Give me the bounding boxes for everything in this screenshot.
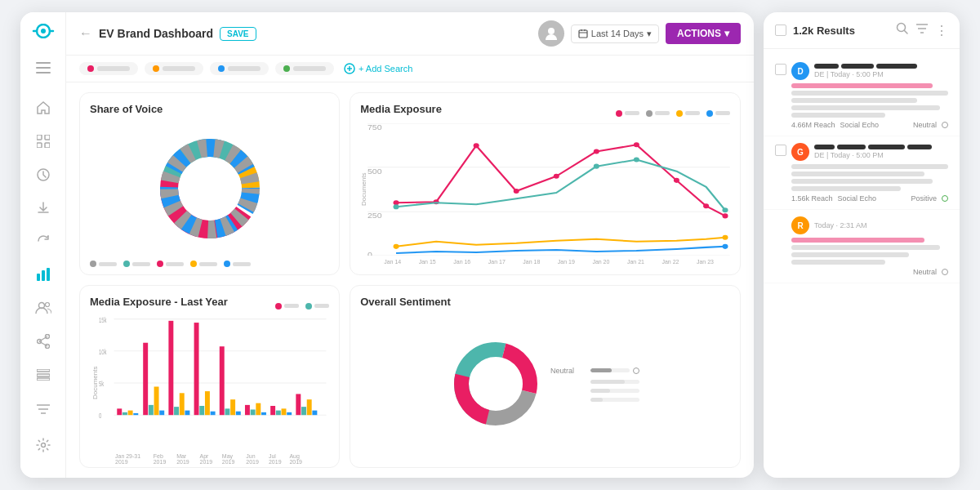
- main-content: ← EV Brand Dashboard SAVE Last 14 Days ▾…: [66, 12, 754, 478]
- results-header: 1.2k Results ⋮: [764, 12, 960, 49]
- search-pill-1[interactable]: [79, 62, 138, 75]
- svg-rect-24: [37, 378, 50, 381]
- svg-point-62: [594, 164, 599, 169]
- donut-chart: [157, 136, 263, 242]
- svg-point-61: [394, 204, 399, 209]
- result-item-1: D DE | Today · 5:00 PM: [764, 56, 960, 136]
- svg-rect-103: [287, 412, 292, 415]
- svg-rect-95: [236, 412, 241, 415]
- sidebar-item-refresh[interactable]: [27, 226, 60, 256]
- svg-rect-100: [270, 406, 275, 415]
- result-2-footer: 1.56k Reach Social Echo Positive: [791, 194, 948, 203]
- result-3-footer: Neutral: [791, 268, 948, 276]
- bar-chart-svg: 15k 10k 5k 0: [99, 314, 329, 452]
- svg-rect-87: [185, 411, 189, 416]
- sidebar-item-download[interactable]: [27, 193, 60, 223]
- scene: ← EV Brand Dashboard SAVE Last 14 Days ▾…: [20, 12, 960, 478]
- result-3-header: R Today · 2:31 AM: [791, 216, 948, 234]
- actions-button[interactable]: ACTIONS ▾: [666, 23, 741, 44]
- svg-rect-76: [117, 408, 122, 415]
- result-item-2: G DE | Today · 5:00 PM: [764, 136, 960, 210]
- filter-icon[interactable]: [915, 23, 929, 38]
- sidebar-item-share[interactable]: [27, 326, 60, 356]
- charts-area: Share of Voice: [66, 82, 754, 478]
- result-2-header: G DE | Today · 5:00 PM: [791, 143, 948, 161]
- sidebar-item-chart[interactable]: [27, 260, 60, 290]
- svg-rect-105: [301, 407, 306, 415]
- result-2-echo: Social Echo: [838, 194, 877, 203]
- svg-text:0: 0: [368, 251, 372, 256]
- sidebar-item-list[interactable]: [27, 359, 60, 390]
- svg-rect-97: [251, 409, 256, 415]
- result-1-sentiment-label: Neutral: [913, 121, 937, 129]
- svg-point-58: [674, 178, 679, 183]
- media-exposure-card: Media Exposure Documents: [350, 92, 741, 275]
- svg-rect-96: [245, 405, 250, 415]
- more-options-icon[interactable]: ⋮: [935, 23, 948, 38]
- sidebar: [20, 12, 66, 478]
- svg-rect-104: [296, 394, 301, 415]
- svg-rect-85: [174, 407, 179, 415]
- svg-rect-94: [230, 399, 235, 415]
- svg-rect-13: [42, 270, 45, 281]
- svg-point-64: [723, 207, 728, 212]
- svg-point-53: [474, 143, 479, 148]
- search-pill-2[interactable]: [145, 62, 203, 75]
- results-count: 1.2k Results: [793, 24, 889, 37]
- svg-point-66: [723, 235, 728, 240]
- result-2-checkbox[interactable]: [775, 145, 786, 156]
- svg-text:500: 500: [368, 167, 382, 175]
- svg-rect-6: [36, 72, 51, 74]
- svg-rect-7: [37, 135, 42, 140]
- search-icon[interactable]: [896, 22, 909, 38]
- svg-rect-9: [37, 143, 42, 148]
- svg-point-1: [41, 29, 46, 33]
- svg-point-59: [703, 203, 709, 208]
- date-range-selector[interactable]: Last 14 Days ▾: [571, 24, 659, 43]
- sidebar-item-users[interactable]: [27, 293, 60, 323]
- svg-point-111: [470, 358, 522, 410]
- result-1-echo: Social Echo: [840, 121, 880, 129]
- back-button[interactable]: ←: [79, 26, 92, 41]
- svg-rect-80: [143, 343, 148, 415]
- save-button[interactable]: SAVE: [220, 27, 256, 41]
- result-3-sentiment-label: Neutral: [913, 268, 937, 276]
- actions-chevron: ▾: [724, 28, 729, 39]
- svg-point-65: [394, 244, 399, 249]
- result-3-sentiment-dot: [942, 269, 948, 275]
- svg-text:15k: 15k: [99, 316, 107, 325]
- share-of-voice-title: Share of Voice: [90, 103, 329, 115]
- svg-rect-14: [47, 268, 50, 281]
- search-pill-4[interactable]: [275, 62, 334, 75]
- select-all-checkbox[interactable]: [775, 24, 786, 36]
- svg-rect-5: [36, 67, 51, 69]
- sidebar-menu-toggle[interactable]: [27, 53, 60, 83]
- svg-rect-84: [168, 321, 173, 415]
- result-1-text-bars: [791, 83, 948, 118]
- svg-rect-106: [307, 399, 312, 415]
- sidebar-item-grid[interactable]: [27, 127, 60, 157]
- result-1-checkbox[interactable]: [775, 64, 786, 75]
- result-2-sentiment-label: Positive: [911, 194, 937, 203]
- svg-rect-98: [256, 403, 261, 416]
- result-2-text-bars: [791, 164, 948, 191]
- sidebar-item-filter[interactable]: [27, 393, 60, 425]
- result-1-reach: 4.66M Reach: [791, 121, 835, 129]
- result-2-sentiment-dot: [942, 195, 948, 202]
- search-pill-3[interactable]: [210, 62, 269, 75]
- svg-rect-79: [133, 413, 138, 415]
- svg-rect-90: [205, 391, 210, 415]
- result-1-logo: D: [791, 62, 809, 80]
- result-3-meta: Today · 2:31 AM: [814, 221, 867, 229]
- svg-rect-23: [37, 374, 50, 376]
- svg-line-20: [39, 336, 47, 341]
- sidebar-item-home[interactable]: [27, 93, 60, 123]
- result-2-reach: 1.56k Reach: [791, 194, 833, 203]
- add-search-button[interactable]: + Add Search: [344, 63, 412, 74]
- overall-sentiment-title: Overall Sentiment: [360, 296, 730, 308]
- result-1-meta: DE | Today · 5:00 PM: [814, 70, 917, 78]
- svg-rect-92: [220, 346, 225, 415]
- result-item-3: R Today · 2:31 AM Neutral: [764, 210, 960, 283]
- sidebar-item-settings[interactable]: [27, 429, 60, 461]
- sidebar-item-clock[interactable]: [27, 159, 60, 189]
